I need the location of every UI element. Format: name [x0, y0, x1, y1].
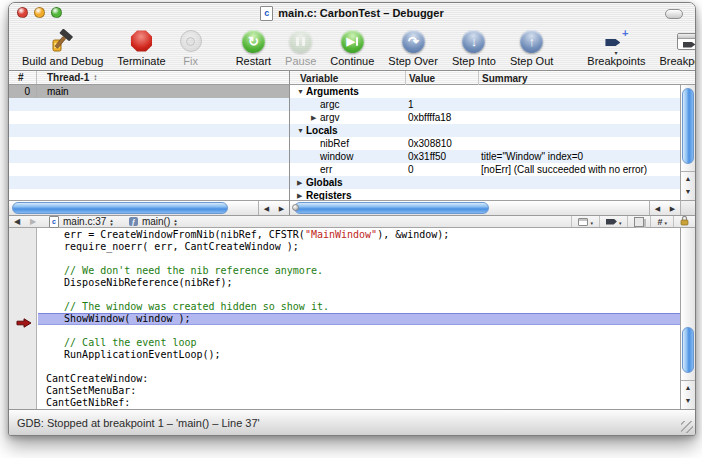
disclosure-open-icon[interactable]: ▼ — [297, 88, 306, 95]
scrollbar-thumb[interactable] — [682, 327, 694, 373]
column-header-number[interactable]: # — [9, 71, 37, 84]
column-header-summary[interactable]: Summary — [478, 71, 695, 85]
source-editor[interactable]: err = CreateWindowFromNib(nibRef, CFSTR(… — [9, 228, 695, 409]
toolbar-toggle-button[interactable] — [665, 9, 683, 19]
breakpoints-menu-button[interactable]: ▾ — [599, 216, 628, 227]
scrollbar-thumb[interactable] — [294, 202, 489, 214]
source-line — [46, 325, 680, 337]
minimize-button[interactable] — [34, 7, 45, 18]
toolbar-button-build-and-debug-0[interactable]: Build and Debug — [15, 28, 110, 67]
toolbar-button-restart-3[interactable]: ↻Restart — [229, 28, 278, 67]
line-number-menu-button[interactable]: # ▾ — [650, 216, 673, 227]
scroll-up-arrow[interactable]: ▲ — [681, 172, 695, 185]
step-over-glyph: ↷ — [402, 30, 425, 53]
scrollbar-track[interactable] — [11, 202, 256, 214]
toolbar-button-terminate-1[interactable]: Terminate — [110, 28, 172, 67]
scroll-down-arrow[interactable]: ▼ — [681, 394, 695, 407]
thread-horizontal-scrollbar[interactable]: ◀ ▶ — [9, 200, 289, 215]
scrollbar-thumb[interactable] — [12, 202, 228, 214]
toolbar-button-continue-5[interactable]: ▶Continue — [323, 28, 381, 67]
step-out-icon: ↑ — [520, 28, 543, 54]
editor-vertical-scrollbar[interactable]: ▲ ▼ — [680, 228, 695, 409]
scrollbar-thumb[interactable] — [682, 88, 694, 164]
code-segment: // We don't need the nib reference anymo… — [46, 265, 323, 276]
stop-shape — [130, 30, 152, 52]
scroll-left-arrow[interactable]: ◀ — [650, 202, 665, 215]
source-line: require_noerr( err, CantCreateWindow ); — [46, 241, 680, 253]
code-area[interactable]: err = CreateWindowFromNib(nibRef, CFSTR(… — [38, 228, 680, 409]
toolbar-button-label: Build and Debug — [22, 55, 103, 67]
breakpoint-gutter[interactable] — [9, 228, 37, 409]
variable-value: 0 — [405, 164, 478, 175]
lock-button[interactable] — [673, 216, 695, 227]
variable-name-cell: window — [290, 151, 405, 162]
variable-row-nibref[interactable]: nibRef0x308810 — [290, 137, 680, 150]
back-button[interactable]: ◀ — [9, 217, 25, 226]
stack-frame-row[interactable]: 0main — [9, 85, 289, 98]
variable-row-arguments[interactable]: ▼Arguments — [290, 85, 680, 98]
toolbar-button-label: Terminate — [117, 55, 165, 67]
pause-icon — [289, 28, 312, 54]
scroll-right-arrow[interactable]: ▶ — [274, 202, 289, 215]
scroll-right-arrow[interactable]: ▶ — [665, 202, 680, 215]
toolbar-button-label: Restart — [236, 55, 271, 67]
counterpart-button[interactable] — [627, 216, 650, 227]
scroll-down-arrow[interactable]: ▼ — [681, 185, 695, 198]
toolbar-button-label: Continue — [330, 55, 374, 67]
empty-list-row — [9, 176, 289, 189]
toolbar-button-breakpoints-9[interactable]: +▾Breakpoints — [580, 28, 652, 67]
titlebar[interactable]: c main.c: CarbonTest – Debugger — [9, 3, 695, 24]
disclosure-closed-icon[interactable]: ▶ — [297, 192, 306, 200]
source-line: err = CreateWindowFromNib(nibRef, CFSTR(… — [46, 229, 680, 241]
pane-divider[interactable] — [289, 71, 290, 215]
variables-horizontal-scrollbar[interactable]: ◀ ▶ — [290, 200, 680, 215]
variable-row-window[interactable]: window0x31ff50title="Window" index=0 — [290, 150, 680, 163]
disclosure-closed-icon[interactable]: ▶ — [311, 114, 320, 122]
breakpoints-window-icon — [677, 28, 697, 54]
close-button[interactable] — [17, 7, 28, 18]
scroll-left-arrow[interactable]: ◀ — [259, 202, 274, 215]
variable-row-err[interactable]: err0[noErr] (Call succeeded with no erro… — [290, 163, 680, 176]
bookmarks-menu-button[interactable]: ▾ — [571, 216, 599, 227]
splitter-dot-handle[interactable] — [292, 204, 299, 211]
variable-row-registers[interactable]: ▶Registers — [290, 189, 680, 200]
file-popup[interactable]: c main.c:37 ▴▾ — [41, 216, 121, 227]
column-header-thread[interactable]: Thread-1 ↕ — [37, 72, 97, 83]
status-text: GDB: Stopped at breakpoint 1 – 'main() –… — [17, 417, 260, 429]
disclosure-open-icon[interactable]: ▼ — [297, 127, 306, 134]
variable-row-argc[interactable]: argc1 — [290, 98, 680, 111]
breakpoint-add-shape: +▾ — [603, 30, 629, 52]
resize-grip[interactable] — [681, 421, 693, 433]
debugger-window: c main.c: CarbonTest – Debugger Build an… — [8, 2, 696, 436]
variable-row-argv[interactable]: ▶argv0xbffffa18 — [290, 111, 680, 124]
scrollbar-corner — [680, 200, 695, 215]
source-line — [46, 253, 680, 265]
toolbar-button-breakpoints-10[interactable]: Breakpoints — [652, 28, 696, 67]
scroll-up-arrow[interactable]: ▲ — [681, 381, 695, 394]
variable-row-globals[interactable]: ▶Globals — [290, 176, 680, 189]
column-header-variable[interactable]: Variable — [290, 71, 405, 85]
toolbar-button-step-out-8[interactable]: ↑Step Out — [503, 28, 560, 67]
scrollbar-track[interactable] — [682, 229, 694, 379]
variable-row-locals[interactable]: ▼Locals — [290, 124, 680, 137]
toolbar-button-label: Fix — [183, 55, 198, 67]
variables-pane: Variable Value Summary ▼Argumentsargc1▶a… — [290, 71, 695, 215]
disclosure-closed-icon[interactable]: ▶ — [297, 179, 306, 187]
scrollbar-track[interactable] — [292, 202, 647, 214]
c-document-icon: c — [260, 6, 273, 21]
zoom-button[interactable] — [51, 7, 62, 18]
function-popup[interactable]: ƒ main() ▴▾ — [121, 216, 185, 227]
chevron-down-icon: ▾ — [614, 49, 617, 56]
variable-value: 0x308810 — [405, 138, 478, 149]
continue-icon: ▶ — [341, 28, 364, 54]
toolbar-button-label: Breakpoints — [587, 55, 645, 67]
forward-button[interactable]: ▶ — [25, 217, 41, 226]
toolbar-button-step-into-7[interactable]: ↓Step Into — [445, 28, 503, 67]
column-header-value[interactable]: Value — [405, 71, 478, 85]
variable-name: window — [320, 151, 353, 162]
toolbar-button-step-over-6[interactable]: ↷Step Over — [381, 28, 445, 67]
scrollbar-arrows: ▲ ▼ — [681, 380, 695, 407]
scrollbar-track[interactable] — [682, 86, 694, 170]
variables-vertical-scrollbar[interactable]: ▲ ▼ — [680, 85, 695, 200]
toolbar-button-label: Step Over — [388, 55, 438, 67]
